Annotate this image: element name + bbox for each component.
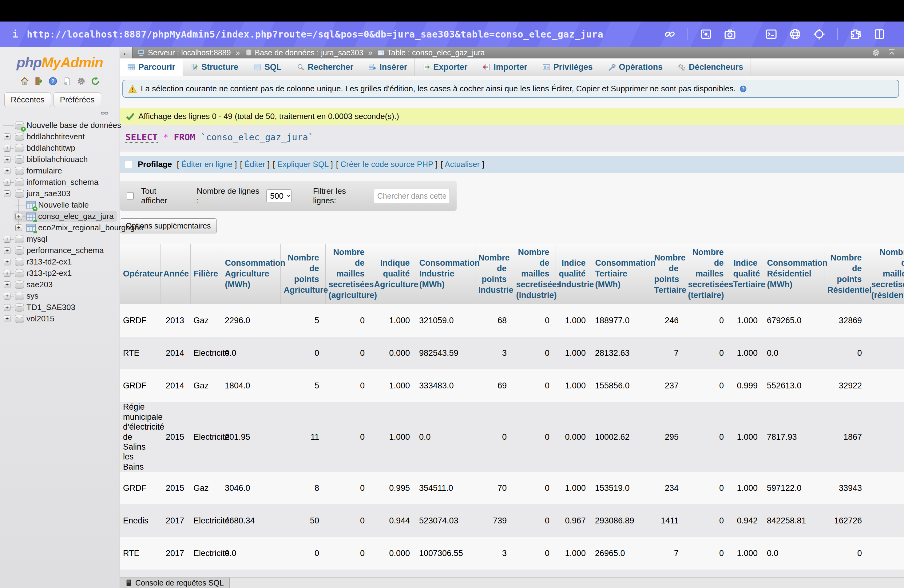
back-button[interactable]: ← xyxy=(120,47,133,58)
create-php-code-link[interactable]: Créer le code source PHP xyxy=(336,160,438,169)
tree-expander[interactable]: + xyxy=(4,293,11,300)
tab-declencheurs[interactable]: Déclencheurs xyxy=(670,58,751,76)
column-header[interactable]: Consommation Industrie (MWh) xyxy=(416,244,475,304)
sidebar-tree-item[interactable]: +vol2015 xyxy=(0,313,120,324)
sidebar-tree-item[interactable]: +eco2mix_regional_bourgogne xyxy=(0,222,120,234)
info-icon[interactable]: i xyxy=(12,28,18,40)
tab-parcourir[interactable]: Parcourir xyxy=(120,58,183,76)
tree-item-label[interactable]: bddlahchtitevent xyxy=(27,132,85,141)
refresh-link[interactable]: Actualiser xyxy=(441,160,484,169)
tree-item-label[interactable]: performance_schema xyxy=(27,246,104,255)
rows-count-select[interactable]: 500 xyxy=(266,190,291,202)
breadcrumb-database[interactable]: Base de données : jura_sae303 xyxy=(245,48,363,57)
sidebar-tree-item[interactable]: +bibliolahchiouach xyxy=(0,154,120,165)
tree-expander[interactable]: + xyxy=(4,270,11,277)
tree-item-label[interactable]: eco2mix_regional_bourgogne xyxy=(38,223,144,232)
camera-icon[interactable] xyxy=(724,28,736,40)
sidebar-tree-item[interactable]: +mysql xyxy=(0,234,120,245)
sidebar-tree-item[interactable]: +TD1_SAE303 xyxy=(0,302,120,313)
column-header[interactable]: Consommation Tertiaire (MWh) xyxy=(592,244,651,304)
link-icon[interactable] xyxy=(664,28,676,40)
docs-icon[interactable] xyxy=(62,76,73,87)
sidebar-tree-item[interactable]: +bddlahchtitwp xyxy=(0,142,120,154)
tree-expander[interactable]: + xyxy=(4,168,11,174)
column-header[interactable]: Nombre de points Tertiaire xyxy=(651,244,685,304)
tree-item-label[interactable]: sae203 xyxy=(27,280,52,289)
tab-exporter[interactable]: Exporter xyxy=(415,58,475,76)
tab-privileges[interactable]: Privilèges xyxy=(535,58,601,76)
column-header[interactable]: Nombre de mailles secretisées (résidenti… xyxy=(868,244,904,304)
tab-inserer[interactable]: Insérer xyxy=(361,58,415,76)
edit-link[interactable]: Éditer xyxy=(240,160,270,169)
column-header[interactable]: Indice qualité Tertiaire xyxy=(730,244,764,304)
sidebar-tree-item[interactable]: +sae203 xyxy=(0,279,120,290)
tree-expander[interactable]: + xyxy=(4,259,11,266)
collapse-panel-icon[interactable] xyxy=(887,48,896,57)
tree-item-label[interactable]: r313-td2-ex1 xyxy=(27,257,72,267)
column-header[interactable]: Filière xyxy=(190,244,222,304)
explain-sql-link[interactable]: Expliquer SQL xyxy=(273,160,333,169)
target-icon[interactable] xyxy=(813,28,825,40)
sidebar-tree-item[interactable]: +information_schema xyxy=(0,177,120,188)
sidebar-tree-item[interactable]: Nouvelle table xyxy=(0,199,120,211)
tab-sql[interactable]: SQL xyxy=(246,58,289,76)
logout-icon[interactable] xyxy=(33,76,44,87)
tree-item-label[interactable]: Nouvelle table xyxy=(38,200,89,210)
column-header[interactable]: Nombre de points Résidentiel xyxy=(824,244,868,304)
edit-inline-link[interactable]: Éditer en ligne xyxy=(177,160,237,169)
tree-expander[interactable]: + xyxy=(4,304,11,311)
image-icon[interactable] xyxy=(700,28,712,40)
home-icon[interactable] xyxy=(19,76,30,87)
tree-item-label[interactable]: mysql xyxy=(27,234,47,244)
globe-icon[interactable] xyxy=(789,28,801,40)
breadcrumb-table[interactable]: Table : conso_elec_gaz_jura xyxy=(377,48,485,57)
tree-item-label[interactable]: Nouvelle base de données xyxy=(27,120,121,130)
tree-expander[interactable]: + xyxy=(4,156,11,163)
tree-item-label[interactable]: sys xyxy=(27,291,38,301)
column-header[interactable]: Consommation Agriculture (MWh) xyxy=(222,244,280,304)
sidebar-tree-item[interactable]: +r313-tp2-ex1 xyxy=(0,267,120,279)
tree-item-label[interactable]: bibliolahchiouach xyxy=(27,155,88,164)
sql-console-toggle[interactable]: Console de requêtes SQL xyxy=(120,577,230,588)
unlink-panels-icon[interactable] xyxy=(101,109,109,117)
tree-expander[interactable]: + xyxy=(15,213,22,220)
tree-expander[interactable]: + xyxy=(4,133,11,140)
column-header[interactable]: Indice qualité Industrie xyxy=(556,244,592,304)
url-text[interactable]: http://localhost:8887/phpMyAdmin5/index.… xyxy=(27,29,603,40)
tree-item-label[interactable]: TD1_SAE303 xyxy=(27,303,75,312)
tab-importer[interactable]: Importer xyxy=(475,58,535,76)
sidebar-tree-item[interactable]: +bddlahchtitevent xyxy=(0,131,120,142)
column-header[interactable]: Nombre de points Industrie xyxy=(475,244,513,304)
tree-expander[interactable]: + xyxy=(4,179,11,186)
tree-item-label[interactable]: jura_sae303 xyxy=(27,189,70,198)
tree-expander[interactable]: + xyxy=(4,145,11,152)
show-all-checkbox[interactable] xyxy=(127,192,134,199)
tree-item-label[interactable]: vol2015 xyxy=(27,314,54,324)
columns-icon[interactable] xyxy=(873,28,885,40)
favorite-tables-button[interactable]: Préférées xyxy=(54,92,101,107)
tree-expander[interactable]: − xyxy=(4,190,11,197)
column-header[interactable]: Nombre de points Agriculture xyxy=(280,244,325,304)
tree-item-label[interactable]: conso_elec_gaz_jura xyxy=(38,212,114,221)
sidebar-tree-item[interactable]: −jura_sae303 xyxy=(0,188,120,199)
sidebar-tree-item[interactable]: +sys xyxy=(0,290,120,302)
help-icon[interactable]: ? xyxy=(739,85,747,93)
column-header[interactable]: Consommation Résidentiel (MWh) xyxy=(764,244,824,304)
recent-tables-button[interactable]: Récentes xyxy=(4,92,51,107)
puzzle-icon[interactable] xyxy=(849,28,861,40)
tree-expander[interactable]: + xyxy=(4,316,11,322)
help-icon[interactable]: ? xyxy=(47,76,58,87)
column-header[interactable]: Année xyxy=(160,244,190,304)
page-settings-icon[interactable] xyxy=(871,48,880,57)
column-header[interactable]: Indique qualité Agriculture xyxy=(371,244,416,304)
tree-expander[interactable]: + xyxy=(4,281,11,288)
tree-expander[interactable]: + xyxy=(15,224,22,231)
reload-icon[interactable] xyxy=(90,76,101,87)
tree-expander[interactable]: + xyxy=(4,247,11,254)
breadcrumb-server[interactable]: Serveur : localhost:8889 xyxy=(137,48,231,57)
tree-item-label[interactable]: formulaire xyxy=(27,166,62,175)
tab-rechercher[interactable]: Rechercher xyxy=(289,58,361,76)
tree-item-label[interactable]: bddlahchtitwp xyxy=(27,143,75,153)
tab-operations[interactable]: Opérations xyxy=(600,58,670,76)
sidebar-tree-item[interactable]: Nouvelle base de données xyxy=(0,120,120,131)
